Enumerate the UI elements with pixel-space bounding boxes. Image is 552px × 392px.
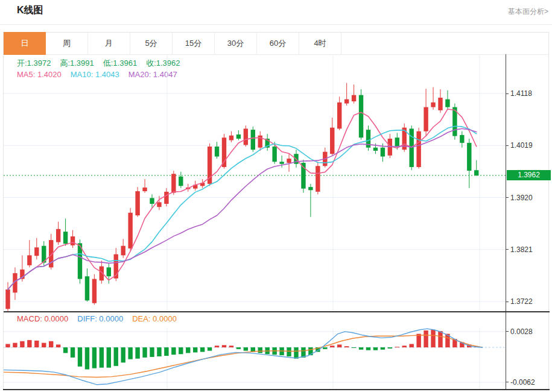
tab-日[interactable]: 日 bbox=[4, 32, 46, 55]
macd-label: 0.0028 bbox=[510, 327, 533, 336]
macd-readout: MACD: 0.0000DIFF: 0.0000DEA: 0.0000 bbox=[17, 314, 186, 324]
tab-4时[interactable]: 4时 bbox=[299, 33, 341, 54]
price-tick bbox=[506, 302, 509, 302]
macd-tick bbox=[506, 382, 509, 382]
bottom-border bbox=[3, 389, 550, 390]
price-label: 1.4118 bbox=[510, 89, 532, 98]
tab-5分[interactable]: 5分 bbox=[130, 33, 173, 54]
kline-widget: K线图 基本面分析> 日周月5分15分30分60分4时 开:1.3972高:1.… bbox=[0, 0, 552, 392]
price-tick bbox=[506, 249, 509, 250]
period-tab-strip: 日周月5分15分30分60分4时 bbox=[4, 33, 548, 54]
price-label: 1.3722 bbox=[510, 297, 533, 306]
price-label: 1.3920 bbox=[510, 194, 533, 202]
page-title: K线图 bbox=[17, 4, 43, 17]
tab-15分[interactable]: 15分 bbox=[173, 33, 215, 54]
price-label: 1.3821 bbox=[510, 245, 533, 254]
tab-周[interactable]: 周 bbox=[46, 33, 88, 54]
price-tick bbox=[506, 93, 509, 94]
macd-row-diff: DIFF: 0.0000 bbox=[77, 314, 123, 323]
price-axis-line bbox=[506, 54, 506, 390]
macd-label: -0.0062 bbox=[510, 378, 535, 387]
tab-60分[interactable]: 60分 bbox=[257, 33, 299, 54]
current-price-badge: 1.3962 bbox=[507, 170, 551, 180]
macd-row-dea: DEA: 0.0000 bbox=[132, 314, 177, 323]
macd-row-macd: MACD: 0.0000 bbox=[17, 314, 68, 323]
tab-30分[interactable]: 30分 bbox=[215, 33, 257, 54]
tab-月[interactable]: 月 bbox=[88, 33, 130, 54]
panel-divider bbox=[4, 311, 550, 312]
macd-tick bbox=[506, 331, 509, 332]
price-label: 1.4019 bbox=[510, 141, 533, 150]
price-tick bbox=[506, 145, 509, 146]
price-tick bbox=[506, 197, 509, 198]
header-divider bbox=[0, 24, 552, 25]
main-candlestick-chart[interactable] bbox=[4, 55, 506, 312]
fundamental-analysis-link[interactable]: 基本面分析> bbox=[508, 7, 548, 17]
macd-chart[interactable] bbox=[4, 327, 506, 390]
